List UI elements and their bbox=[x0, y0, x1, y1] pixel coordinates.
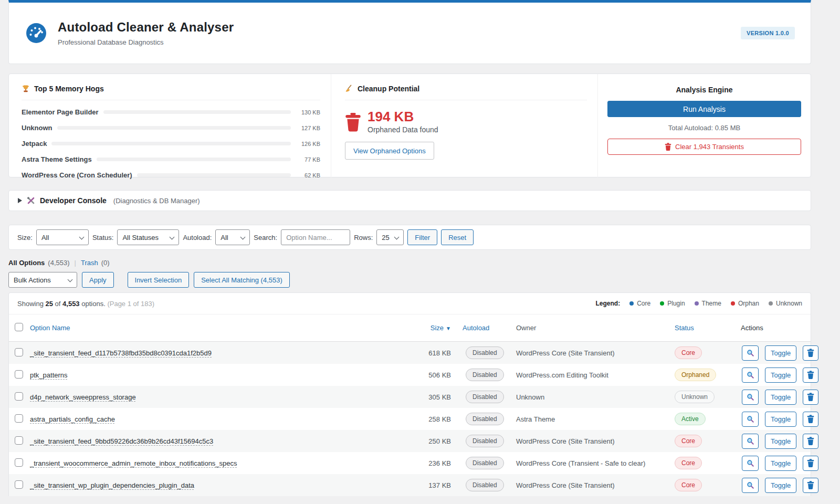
dashboard-panels: Top 5 Memory Hogs Elementor Page Builder… bbox=[8, 74, 811, 177]
trash-icon-blue bbox=[807, 437, 814, 445]
row-checkbox[interactable] bbox=[15, 392, 23, 401]
delete-button[interactable] bbox=[803, 478, 818, 493]
autoload-filter-select[interactable]: All bbox=[215, 229, 250, 245]
size-filter-select[interactable]: All bbox=[36, 229, 89, 245]
memory-hogs-title: Top 5 Memory Hogs bbox=[34, 85, 104, 93]
memory-hog-row: Astra Theme Settings 77 KB bbox=[22, 155, 320, 163]
memory-hog-label: Astra Theme Settings bbox=[22, 155, 92, 163]
inspect-button[interactable] bbox=[742, 456, 759, 471]
table-row: _site_transient_feed_9bbd59226dc36b9b26c… bbox=[9, 430, 811, 452]
table-row: _site_transient_wp_plugin_dependencies_p… bbox=[9, 474, 811, 496]
row-checkbox[interactable] bbox=[15, 436, 23, 445]
status-badge: Core bbox=[675, 479, 702, 491]
option-size: 137 KB bbox=[417, 481, 458, 489]
cleanup-title: Cleanup Potential bbox=[358, 85, 419, 93]
option-name-link[interactable]: _transient_woocommerce_admin_remote_inbo… bbox=[30, 459, 237, 467]
memory-hog-value: 126 KB bbox=[296, 141, 320, 147]
table-row: d4p_network_sweeppress_storage 305 KB Di… bbox=[9, 386, 811, 408]
invert-selection-button[interactable]: Invert Selection bbox=[128, 272, 190, 288]
rows-per-page-select[interactable]: 25 bbox=[376, 229, 404, 245]
trash-icon-blue bbox=[807, 415, 814, 423]
developer-console-toggle[interactable]: Developer Console (Diagnostics & DB Mana… bbox=[8, 190, 811, 211]
option-name-link[interactable]: _site_transient_feed_d117b5738fbd35bd8c0… bbox=[30, 349, 212, 357]
option-name-link[interactable]: ptk_patterns bbox=[30, 371, 68, 379]
option-name-link[interactable]: astra_partials_config_cache bbox=[30, 415, 115, 423]
select-all-checkbox[interactable] bbox=[15, 323, 23, 331]
filter-button[interactable]: Filter bbox=[407, 229, 437, 245]
table-row: _site_transient_feed_d117b5738fbd35bd8c0… bbox=[9, 342, 811, 364]
delete-button[interactable] bbox=[803, 368, 818, 383]
all-options-link[interactable]: All Options bbox=[8, 259, 45, 267]
memory-hog-label: WordPress Core (Cron Scheduler) bbox=[22, 171, 132, 179]
delete-button[interactable] bbox=[803, 345, 818, 361]
memory-hog-label: Jetpack bbox=[22, 140, 47, 148]
status-badge: Core bbox=[675, 346, 702, 359]
autoload-badge: Disabled bbox=[466, 413, 504, 425]
inspect-button[interactable] bbox=[742, 412, 759, 427]
inspect-button[interactable] bbox=[742, 434, 759, 449]
toggle-button[interactable]: Toggle bbox=[765, 434, 796, 449]
delete-button[interactable] bbox=[803, 412, 818, 427]
delete-button[interactable] bbox=[803, 456, 818, 471]
inspect-button[interactable] bbox=[742, 390, 759, 405]
toggle-button[interactable]: Toggle bbox=[765, 478, 796, 493]
view-orphaned-options-button[interactable]: View Orphaned Options bbox=[345, 142, 434, 160]
trash-link[interactable]: Trash bbox=[81, 259, 98, 267]
magnifier-icon bbox=[747, 415, 754, 423]
reset-button[interactable]: Reset bbox=[441, 229, 474, 245]
legend-dot bbox=[769, 301, 773, 306]
column-option-name[interactable]: Option Name bbox=[29, 324, 417, 332]
clear-transients-button[interactable]: Clear 1,943 Transients bbox=[607, 139, 801, 155]
run-analysis-button[interactable]: Run Analysis bbox=[607, 101, 801, 117]
memory-hog-label: Unknown bbox=[22, 124, 52, 132]
inspect-button[interactable] bbox=[742, 478, 759, 493]
autoload-badge: Disabled bbox=[466, 391, 504, 403]
delete-button[interactable] bbox=[803, 390, 818, 405]
toggle-button[interactable]: Toggle bbox=[765, 412, 796, 427]
gauge-logo-icon bbox=[26, 23, 46, 43]
delete-button[interactable] bbox=[803, 434, 818, 449]
toggle-button[interactable]: Toggle bbox=[765, 390, 796, 405]
search-input[interactable] bbox=[281, 229, 350, 245]
autoload-badge: Disabled bbox=[466, 369, 504, 381]
sort-desc-icon: ▼ bbox=[446, 326, 451, 331]
column-size[interactable]: Size▼ bbox=[417, 324, 458, 332]
option-owner: WordPress Core (Site Transient) bbox=[515, 349, 666, 357]
trophy-icon bbox=[22, 85, 30, 93]
toggle-button[interactable]: Toggle bbox=[765, 368, 796, 383]
toggle-button[interactable]: Toggle bbox=[765, 345, 796, 361]
search-label: Search: bbox=[254, 234, 277, 242]
developer-console-subtitle: (Diagnostics & DB Manager) bbox=[113, 197, 200, 205]
legend-dot bbox=[731, 301, 735, 306]
inspect-button[interactable] bbox=[742, 345, 759, 361]
toggle-button[interactable]: Toggle bbox=[765, 456, 796, 471]
status-filter-select[interactable]: All Statuses bbox=[117, 229, 179, 245]
inspect-button[interactable] bbox=[742, 368, 759, 383]
memory-hog-value: 127 KB bbox=[296, 125, 320, 131]
autoload-badge: Disabled bbox=[466, 479, 504, 491]
option-name-link[interactable]: _site_transient_wp_plugin_dependencies_p… bbox=[30, 481, 194, 489]
rows-label: Rows: bbox=[354, 234, 373, 242]
magnifier-icon bbox=[747, 371, 754, 379]
trash-icon-blue bbox=[807, 349, 814, 357]
memory-hog-value: 77 KB bbox=[296, 156, 320, 163]
row-checkbox[interactable] bbox=[15, 480, 23, 489]
option-owner: WordPress Core (Site Transient) bbox=[515, 481, 666, 489]
row-checkbox[interactable] bbox=[15, 370, 23, 379]
column-status[interactable]: Status bbox=[666, 324, 730, 332]
memory-hog-track bbox=[51, 142, 291, 145]
column-autoload[interactable]: Autoload bbox=[458, 324, 515, 332]
row-checkbox[interactable] bbox=[15, 458, 23, 467]
options-table: Showing 25 of 4,553 options. (Page 1 of … bbox=[8, 292, 811, 496]
option-name-link[interactable]: _site_transient_feed_9bbd59226dc36b9b26c… bbox=[30, 437, 213, 445]
row-checkbox[interactable] bbox=[15, 348, 23, 356]
legend-dot bbox=[660, 301, 664, 306]
row-checkbox[interactable] bbox=[15, 414, 23, 423]
column-owner[interactable]: Owner bbox=[515, 324, 666, 332]
table-row: astra_partials_config_cache 258 KB Disab… bbox=[9, 408, 811, 430]
select-all-matching-button[interactable]: Select All Matching (4,553) bbox=[194, 272, 290, 288]
option-name-link[interactable]: d4p_network_sweeppress_storage bbox=[30, 393, 136, 401]
legend-dot bbox=[695, 301, 699, 306]
bulk-actions-select[interactable]: Bulk Actions bbox=[8, 272, 77, 288]
apply-button[interactable]: Apply bbox=[82, 272, 114, 288]
